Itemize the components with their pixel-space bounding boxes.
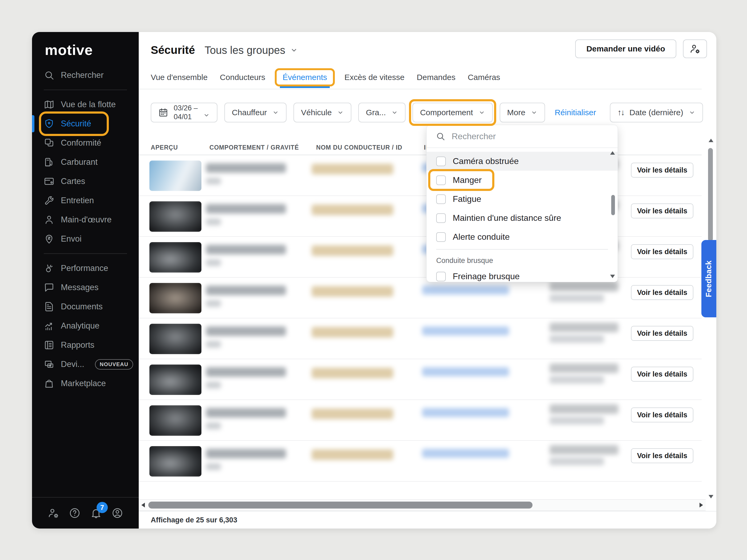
reset-filters-link[interactable]: Réinitialiser bbox=[555, 108, 596, 117]
user-settings-button[interactable] bbox=[683, 39, 707, 58]
sidebar-item-workforce[interactable]: Main-d'œuvre bbox=[32, 210, 139, 229]
behavior-blur bbox=[206, 449, 286, 458]
sidebar-item-performance[interactable]: Performance bbox=[32, 259, 139, 278]
view-details-button[interactable]: Voir les détails bbox=[631, 367, 693, 381]
sort-button[interactable]: ↑↓ Date (dernière) bbox=[610, 103, 703, 123]
behavior-option[interactable]: Alerte conduite bbox=[427, 228, 618, 246]
tab-events[interactable]: Événements bbox=[283, 73, 327, 82]
severity-filter[interactable]: Gra... bbox=[358, 103, 406, 123]
date-range-filter[interactable]: 03/26 –04/01 bbox=[151, 103, 217, 123]
dropdown-search-input[interactable] bbox=[451, 131, 609, 141]
chevron-down-icon bbox=[531, 109, 538, 116]
sidebar-item-messages[interactable]: Messages bbox=[32, 278, 139, 297]
chevron-down-icon bbox=[272, 109, 279, 116]
checkbox[interactable] bbox=[436, 232, 446, 242]
sidebar-item-devices[interactable]: Devi... NOUVEAU bbox=[32, 355, 139, 374]
view-details-button[interactable]: Voir les détails bbox=[631, 163, 693, 178]
behavior-option[interactable]: Freinage brusque bbox=[427, 267, 618, 282]
feedback-tab[interactable]: Feedback bbox=[701, 240, 716, 317]
dropdown-scrollbar-thumb[interactable] bbox=[611, 195, 615, 215]
sidebar-item-label: Main-d'œuvre bbox=[61, 215, 111, 224]
sidebar-item-cards[interactable]: Cartes bbox=[32, 172, 139, 191]
tab-speeding[interactable]: Excès de vitesse bbox=[344, 73, 405, 82]
behavior-option[interactable]: Caméra obstruée bbox=[427, 152, 618, 171]
sidebar-divider bbox=[44, 253, 127, 254]
scroll-left-arrow[interactable] bbox=[141, 503, 145, 507]
view-details-button[interactable]: Voir les détails bbox=[631, 407, 693, 422]
tab-requests[interactable]: Demandes bbox=[417, 73, 456, 82]
view-details-button[interactable]: Voir les détails bbox=[631, 244, 693, 259]
trend-icon bbox=[44, 321, 54, 331]
event-row: Voir les détails bbox=[139, 277, 702, 318]
event-thumbnail[interactable] bbox=[149, 405, 201, 436]
event-thumbnail[interactable] bbox=[149, 283, 201, 313]
event-thumbnail[interactable] bbox=[149, 324, 201, 354]
checkbox[interactable] bbox=[436, 213, 446, 223]
view-details-button[interactable]: Voir les détails bbox=[631, 326, 693, 341]
help-button[interactable] bbox=[69, 507, 81, 519]
sidebar-item-documents[interactable]: Documents bbox=[32, 297, 139, 316]
map-icon bbox=[44, 99, 54, 110]
table-scrollbar-thumb[interactable] bbox=[708, 148, 713, 241]
detail-blur bbox=[549, 457, 604, 465]
behavior-option[interactable]: Fatigue bbox=[427, 190, 618, 209]
view-details-button[interactable]: Voir les détails bbox=[631, 204, 693, 218]
checkbox[interactable] bbox=[436, 176, 446, 185]
sidebar-item-analytics[interactable]: Analytique bbox=[32, 316, 139, 336]
sidebar-search[interactable]: Rechercher bbox=[32, 65, 139, 85]
event-thumbnail[interactable] bbox=[149, 365, 201, 395]
event-thumbnail[interactable] bbox=[149, 446, 201, 477]
sidebar-item-compliance[interactable]: Conformité bbox=[32, 133, 139, 153]
driver-filter[interactable]: Chauffeur bbox=[224, 103, 286, 123]
sidebar-item-dispatch[interactable]: Envoi bbox=[32, 229, 139, 248]
event-row: Voir les détails bbox=[139, 318, 702, 359]
profile-button[interactable] bbox=[111, 507, 123, 519]
driver-name-blur bbox=[312, 245, 393, 256]
event-row: Voir les détails bbox=[139, 441, 702, 482]
driver-name-blur bbox=[312, 286, 393, 297]
sidebar-item-marketplace[interactable]: Marketplace bbox=[32, 374, 139, 393]
view-details-button[interactable]: Voir les détails bbox=[631, 448, 693, 463]
table-scroll-down[interactable] bbox=[709, 495, 713, 499]
horizontal-scrollbar-thumb[interactable] bbox=[148, 502, 533, 509]
table-scroll-up[interactable] bbox=[709, 139, 713, 142]
driver-name-blur bbox=[312, 449, 393, 460]
active-indicator-bar bbox=[32, 115, 34, 132]
event-thumbnail[interactable] bbox=[149, 201, 201, 232]
scroll-right-arrow[interactable] bbox=[699, 503, 703, 507]
filter-bar: 03/26 –04/01 Chauffeur Véhicule Gra... C… bbox=[151, 102, 701, 123]
behavior-option[interactable]: Manger bbox=[427, 171, 618, 190]
dropdown-scroll-down[interactable] bbox=[610, 275, 615, 278]
checkbox[interactable] bbox=[436, 194, 446, 204]
detail-blur bbox=[549, 294, 604, 302]
sidebar-item-label: Documents bbox=[61, 302, 103, 312]
vehicle-filter[interactable]: Véhicule bbox=[293, 103, 351, 123]
event-thumbnail[interactable] bbox=[149, 161, 201, 191]
user-settings-button[interactable] bbox=[48, 507, 59, 519]
behavior-option[interactable]: Maintien d'une distance sûre bbox=[427, 209, 618, 228]
checkbox[interactable] bbox=[436, 272, 446, 281]
more-filter[interactable]: More bbox=[500, 103, 545, 123]
calendar-icon bbox=[158, 107, 168, 117]
sidebar-item-safety[interactable]: Sécurité bbox=[32, 114, 139, 133]
request-video-button[interactable]: Demander une vidéo bbox=[575, 39, 676, 58]
checkbox[interactable] bbox=[436, 157, 446, 166]
column-header: COMPORTEMENT / GRAVITÉ bbox=[209, 144, 299, 151]
tab-overview[interactable]: Vue d'ensemble bbox=[151, 73, 208, 82]
sidebar-item-reports[interactable]: Rapports bbox=[32, 336, 139, 355]
behavior-blur bbox=[206, 408, 286, 418]
event-id-link-blur bbox=[422, 449, 509, 458]
dropdown-scroll-up[interactable] bbox=[610, 151, 615, 155]
table-header: APERÇUCOMPORTEMENT / GRAVITÉNOM DU CONDU… bbox=[151, 144, 700, 154]
tab-cameras[interactable]: Caméras bbox=[468, 73, 500, 82]
devices-icon bbox=[44, 359, 54, 370]
behavior-filter[interactable]: Comportement bbox=[412, 103, 492, 123]
group-selector[interactable]: Tous les groupes bbox=[205, 44, 298, 56]
view-details-button[interactable]: Voir les détails bbox=[631, 285, 693, 300]
sidebar-footer: 7 bbox=[32, 497, 139, 529]
sidebar-item-fuel[interactable]: Carburant bbox=[32, 153, 139, 172]
event-thumbnail[interactable] bbox=[149, 242, 201, 272]
notifications-button[interactable]: 7 bbox=[90, 507, 102, 519]
sidebar-item-maintenance[interactable]: Entretien bbox=[32, 191, 139, 210]
tab-drivers[interactable]: Conducteurs bbox=[220, 73, 265, 82]
